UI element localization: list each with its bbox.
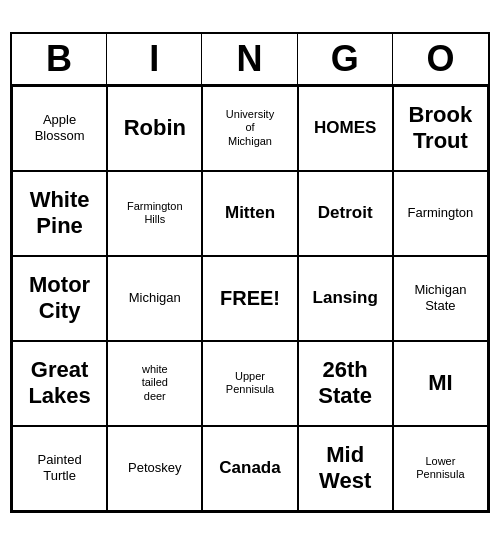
bingo-cell: white tailed deer xyxy=(107,341,202,426)
cell-text: Mid West xyxy=(319,442,371,495)
bingo-cell: Farmington Hills xyxy=(107,171,202,256)
bingo-cell: Farmington xyxy=(393,171,488,256)
header-letter: B xyxy=(12,34,107,84)
bingo-cell: Mid West xyxy=(298,426,393,511)
cell-text: Lansing xyxy=(313,288,378,308)
cell-text: Michigan State xyxy=(414,282,466,313)
cell-text: white tailed deer xyxy=(142,363,168,403)
bingo-cell: Canada xyxy=(202,426,297,511)
cell-text: Great Lakes xyxy=(28,357,90,410)
bingo-cell: Mitten xyxy=(202,171,297,256)
cell-text: Apple Blossom xyxy=(35,112,85,143)
cell-text: Upper Pennisula xyxy=(226,370,274,396)
bingo-cell: Michigan xyxy=(107,256,202,341)
cell-text: Canada xyxy=(219,458,280,478)
cell-text: FREE! xyxy=(220,286,280,310)
header-letter: O xyxy=(393,34,488,84)
bingo-grid: Apple BlossomRobinUniversity of Michigan… xyxy=(12,86,488,511)
bingo-cell: Painted Turtle xyxy=(12,426,107,511)
cell-text: Petoskey xyxy=(128,460,181,476)
bingo-cell: Detroit xyxy=(298,171,393,256)
bingo-cell: Lower Pennisula xyxy=(393,426,488,511)
bingo-cell: Petoskey xyxy=(107,426,202,511)
bingo-cell: Brook Trout xyxy=(393,86,488,171)
bingo-cell: Michigan State xyxy=(393,256,488,341)
bingo-cell: Apple Blossom xyxy=(12,86,107,171)
bingo-cell: White Pine xyxy=(12,171,107,256)
header-letter: G xyxy=(298,34,393,84)
bingo-cell: 26th State xyxy=(298,341,393,426)
cell-text: Farmington Hills xyxy=(127,200,183,226)
cell-text: Brook Trout xyxy=(409,102,473,155)
bingo-cell: University of Michigan xyxy=(202,86,297,171)
bingo-cell: Lansing xyxy=(298,256,393,341)
cell-text: Farmington xyxy=(408,205,474,221)
cell-text: Mitten xyxy=(225,203,275,223)
bingo-cell: Motor City xyxy=(12,256,107,341)
bingo-cell: HOMES xyxy=(298,86,393,171)
cell-text: Motor City xyxy=(29,272,90,325)
bingo-cell: Upper Pennisula xyxy=(202,341,297,426)
bingo-header: BINGO xyxy=(12,34,488,86)
bingo-cell: Robin xyxy=(107,86,202,171)
header-letter: N xyxy=(202,34,297,84)
cell-text: HOMES xyxy=(314,118,376,138)
header-letter: I xyxy=(107,34,202,84)
cell-text: 26th State xyxy=(318,357,372,410)
bingo-card: BINGO Apple BlossomRobinUniversity of Mi… xyxy=(10,32,490,513)
cell-text: Painted Turtle xyxy=(38,452,82,483)
cell-text: Robin xyxy=(124,115,186,141)
bingo-cell: MI xyxy=(393,341,488,426)
cell-text: Detroit xyxy=(318,203,373,223)
cell-text: Lower Pennisula xyxy=(416,455,464,481)
cell-text: University of Michigan xyxy=(226,108,274,148)
bingo-cell: Great Lakes xyxy=(12,341,107,426)
cell-text: Michigan xyxy=(129,290,181,306)
cell-text: White Pine xyxy=(30,187,90,240)
bingo-cell: FREE! xyxy=(202,256,297,341)
cell-text: MI xyxy=(428,370,452,396)
